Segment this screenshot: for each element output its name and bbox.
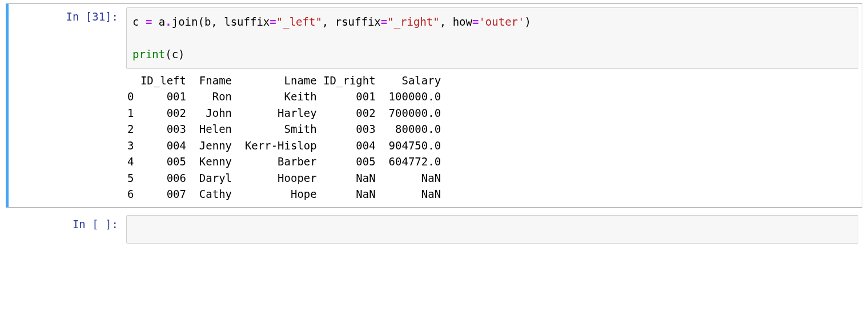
- code-cell[interactable]: In [ ]:: [6, 211, 862, 248]
- cell-content: [123, 212, 862, 248]
- code-cell[interactable]: In [31]: c = a.join(b, lsuffix="_left", …: [6, 3, 862, 208]
- cell-prompt: In [31]:: [9, 4, 123, 207]
- code-input[interactable]: c = a.join(b, lsuffix="_left", rsuffix="…: [126, 7, 858, 69]
- cell-prompt: In [ ]:: [9, 212, 123, 248]
- cell-output: ID_left Fname Lname ID_right Salary 0 00…: [126, 69, 858, 204]
- code-input[interactable]: [126, 215, 858, 244]
- cell-content: c = a.join(b, lsuffix="_left", rsuffix="…: [123, 4, 862, 207]
